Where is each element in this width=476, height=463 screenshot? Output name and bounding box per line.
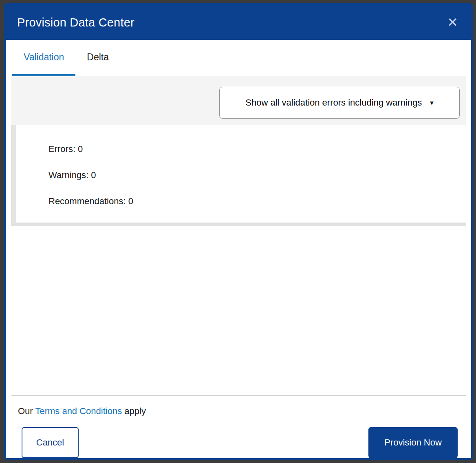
modal-title: Provision Data Center	[17, 16, 445, 29]
recommendations-count: Recommendations: 0	[48, 196, 466, 207]
horizontal-scrollbar[interactable]	[12, 223, 466, 226]
terms-suffix: apply	[122, 406, 146, 416]
validation-results-panel: Errors: 0 Warnings: 0 Recommendations: 0	[11, 125, 466, 226]
terms-row: Our Terms and Conditions apply	[6, 396, 471, 417]
close-icon[interactable]: ✕	[445, 15, 461, 30]
provision-now-button[interactable]: Provision Now	[368, 427, 458, 458]
tabs-row: Validation Delta	[6, 40, 471, 76]
validation-filter-dropdown[interactable]: Show all validation errors including war…	[219, 87, 460, 119]
validation-summary: Errors: 0 Warnings: 0 Recommendations: 0	[12, 125, 466, 207]
content-spacer	[6, 226, 471, 395]
warnings-count: Warnings: 0	[48, 170, 466, 181]
vertical-scrollbar[interactable]	[12, 125, 16, 226]
cancel-button[interactable]: Cancel	[22, 427, 79, 458]
terms-and-conditions-link[interactable]: Terms and Conditions	[35, 406, 122, 416]
provision-data-center-modal: Provision Data Center ✕ Validation Delta…	[4, 3, 473, 460]
tab-validation[interactable]: Validation	[12, 40, 75, 76]
tab-delta[interactable]: Delta	[75, 40, 120, 76]
validation-toolbar: Show all validation errors including war…	[11, 76, 466, 125]
terms-prefix: Our	[18, 406, 35, 416]
buttons-row: Cancel Provision Now	[6, 417, 471, 458]
chevron-down-icon: ▾	[430, 99, 434, 106]
validation-filter-value: Show all validation errors including war…	[245, 97, 422, 108]
errors-count: Errors: 0	[48, 144, 466, 154]
modal-header: Provision Data Center ✕	[6, 5, 471, 40]
